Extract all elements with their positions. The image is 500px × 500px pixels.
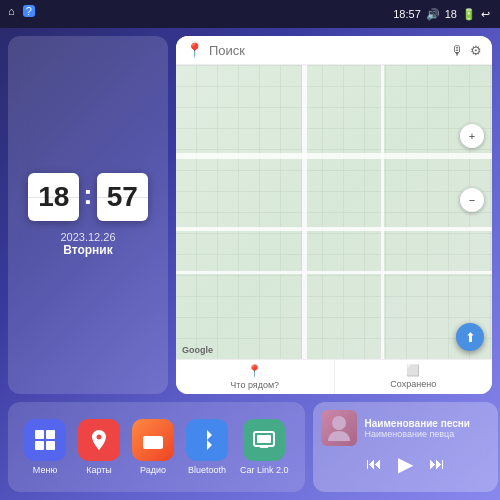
clock-colon: : bbox=[83, 179, 92, 211]
status-bar: ⌂ ? 18:57 🔊 18 🔋 ↩ bbox=[0, 0, 500, 28]
app-menu[interactable]: Меню bbox=[24, 419, 66, 475]
music-play-button[interactable]: ▶ bbox=[398, 452, 413, 476]
svg-rect-0 bbox=[35, 430, 44, 439]
map-road-h2 bbox=[176, 227, 492, 231]
map-yandex-icon: 📍 bbox=[186, 42, 203, 58]
music-info: Наименование песни Наименование певца bbox=[365, 418, 490, 439]
app-menu-icon bbox=[24, 419, 66, 461]
map-tab-saved[interactable]: ⬜ Сохранено bbox=[335, 360, 493, 394]
music-controls: ⏮ ▶ ⏭ bbox=[321, 452, 490, 476]
clock-date: 2023.12.26 Вторник bbox=[60, 231, 115, 257]
clock-display: 18 : 57 bbox=[28, 173, 148, 221]
app-menu-label: Меню bbox=[33, 465, 57, 475]
svg-rect-8 bbox=[154, 444, 159, 446]
clock-date-value: 2023.12.26 bbox=[60, 231, 115, 243]
map-zoom-in-btn[interactable]: + bbox=[460, 124, 484, 148]
app-carlink-label: Car Link 2.0 bbox=[240, 465, 289, 475]
svg-rect-1 bbox=[46, 430, 55, 439]
map-saved-icon: ⬜ bbox=[406, 364, 420, 377]
map-bottom-tabs: 📍 Что рядом? ⬜ Сохранено bbox=[176, 359, 492, 394]
map-road-v2 bbox=[381, 65, 384, 359]
map-tab-nearby[interactable]: 📍 Что рядом? bbox=[176, 360, 335, 394]
map-area: + − ⬆ Google bbox=[176, 65, 492, 359]
svg-rect-11 bbox=[260, 446, 268, 448]
map-nearby-icon: 📍 bbox=[247, 364, 262, 378]
app-carlink[interactable]: Car Link 2.0 bbox=[240, 419, 289, 475]
app-carlink-icon bbox=[243, 419, 285, 461]
top-section: 18 : 57 2023.12.26 Вторник 📍 bbox=[8, 36, 492, 394]
clock-minutes-block: 57 bbox=[97, 173, 148, 221]
svg-rect-2 bbox=[35, 441, 44, 450]
clock-widget: 18 : 57 2023.12.26 Вторник bbox=[8, 36, 168, 394]
app-radio-icon bbox=[132, 419, 174, 461]
main-content: 18 : 57 2023.12.26 Вторник 📍 bbox=[0, 28, 500, 500]
map-widget: 📍 🎙 ⚙ + − bbox=[176, 36, 492, 394]
music-top: Наименование песни Наименование певца bbox=[321, 410, 490, 446]
map-tab-nearby-label: Что рядом? bbox=[230, 380, 279, 390]
music-artist: Наименование певца bbox=[365, 429, 490, 439]
app-maps-label: Карты bbox=[86, 465, 112, 475]
svg-rect-7 bbox=[154, 442, 159, 444]
app-maps-icon bbox=[78, 419, 120, 461]
map-search-input[interactable] bbox=[209, 43, 445, 58]
music-prev-button[interactable]: ⏮ bbox=[366, 455, 382, 473]
map-road-h3 bbox=[176, 271, 492, 274]
music-widget: Наименование песни Наименование певца ⏮ … bbox=[313, 402, 498, 492]
map-settings-icon[interactable]: ⚙ bbox=[470, 43, 482, 58]
back-icon[interactable]: ↩ bbox=[481, 8, 490, 21]
svg-rect-10 bbox=[257, 435, 271, 443]
clock-hours: 18 bbox=[38, 181, 69, 213]
battery-icon: 🔋 bbox=[462, 8, 476, 21]
clock-day-value: Вторник bbox=[60, 243, 115, 257]
map-icons-right: 🎙 ⚙ bbox=[451, 43, 482, 58]
music-next-button[interactable]: ⏭ bbox=[429, 455, 445, 473]
map-tab-saved-label: Сохранено bbox=[390, 379, 436, 389]
app-bluetooth[interactable]: Bluetooth bbox=[186, 419, 228, 475]
svg-rect-3 bbox=[46, 441, 55, 450]
device-frame: ⌂ ? 18:57 🔊 18 🔋 ↩ 18 : 57 bbox=[0, 0, 500, 500]
status-time: 18:57 bbox=[393, 8, 421, 20]
app-radio-label: Радио bbox=[140, 465, 166, 475]
clock-minutes: 57 bbox=[107, 181, 138, 213]
app-radio[interactable]: Радио bbox=[132, 419, 174, 475]
google-logo: Google bbox=[182, 345, 213, 355]
music-avatar bbox=[321, 410, 357, 446]
map-nav-button[interactable]: ⬆ bbox=[456, 323, 484, 351]
app-maps[interactable]: Карты bbox=[78, 419, 120, 475]
svg-rect-6 bbox=[154, 439, 159, 441]
map-background bbox=[176, 65, 492, 359]
music-title: Наименование песни bbox=[365, 418, 490, 429]
svg-point-12 bbox=[332, 416, 346, 430]
home-icon[interactable]: ⌂ bbox=[8, 5, 15, 17]
question-icon[interactable]: ? bbox=[23, 5, 35, 17]
bottom-section: Меню Карты bbox=[8, 402, 492, 492]
map-search-bar: 📍 🎙 ⚙ bbox=[176, 36, 492, 65]
map-road-v1 bbox=[302, 65, 307, 359]
map-mic-icon[interactable]: 🎙 bbox=[451, 43, 464, 58]
volume-icon: 🔊 bbox=[426, 8, 440, 21]
app-bluetooth-icon bbox=[186, 419, 228, 461]
app-grid: Меню Карты bbox=[8, 402, 305, 492]
app-bluetooth-label: Bluetooth bbox=[188, 465, 226, 475]
map-road-h1 bbox=[176, 153, 492, 159]
clock-hours-block: 18 bbox=[28, 173, 79, 221]
battery-level: 18 bbox=[445, 8, 457, 20]
